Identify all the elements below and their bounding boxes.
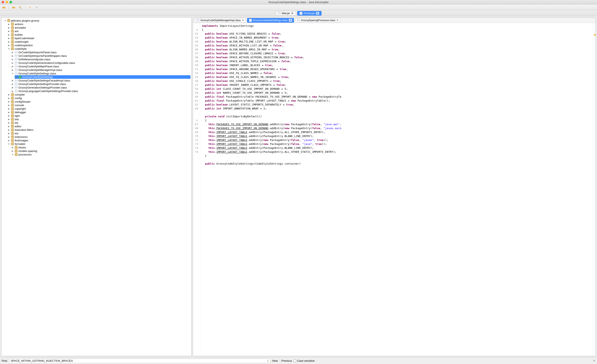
- disclosure-triangle[interactable]: ▶: [11, 90, 14, 92]
- tree-node[interactable]: ▼codeStyle: [7, 47, 190, 51]
- tree-node[interactable]: ▶GrCodeStyleImportsPanel.class: [11, 51, 190, 54]
- tree-node[interactable]: ▶GroovyCodeStyleMainPanel.class: [11, 65, 190, 68]
- close-icon[interactable]: ✕: [242, 19, 244, 22]
- disclosure-triangle[interactable]: ▼: [11, 153, 14, 156]
- tree-node[interactable]: ▶ant: [7, 29, 190, 33]
- tree-node[interactable]: ▼GroovyCodeStyleSettings.class: [11, 72, 190, 75]
- disclosure-triangle[interactable]: ▶: [11, 146, 14, 149]
- editor-tab[interactable]: GroovyCodeStyleSettings.class✕: [247, 18, 294, 23]
- tree-node[interactable]: ▶compiler: [7, 93, 190, 96]
- tree-node[interactable]: ▶builder: [7, 33, 190, 37]
- tree-node[interactable]: ▶GrReferenceAdjuster.class: [11, 58, 190, 61]
- tree-node[interactable]: ▶console: [7, 103, 190, 107]
- disclosure-triangle[interactable]: ▶: [8, 41, 10, 43]
- disclosure-triangle[interactable]: ▶: [8, 111, 10, 113]
- disclosure-triangle[interactable]: ▶: [11, 87, 14, 89]
- disclosure-triangle[interactable]: ▶: [8, 136, 10, 138]
- disclosure-triangle[interactable]: ▶: [11, 150, 14, 152]
- tree-node[interactable]: ▶CGroovyCodeStyleSettings: [15, 75, 190, 79]
- disclosure-triangle[interactable]: ▶: [8, 139, 10, 142]
- disclosure-triangle[interactable]: ▶: [8, 26, 10, 29]
- tree-node[interactable]: ▶doc: [7, 118, 190, 121]
- tree-node[interactable]: ▶copyright: [7, 107, 190, 111]
- tree-node[interactable]: ▶extensions: [7, 135, 190, 139]
- file-tab[interactable]: Groovy.jar✕: [297, 11, 321, 16]
- disclosure-triangle[interactable]: ▼: [8, 48, 10, 50]
- find-previous-button[interactable]: ↑Previous: [279, 359, 292, 362]
- close-icon[interactable]: ✕: [337, 19, 338, 22]
- overview-marker[interactable]: [594, 34, 596, 35]
- tree-node[interactable]: ▶models.spacing: [11, 149, 190, 153]
- disclosure-triangle[interactable]: ▶: [8, 115, 10, 117]
- disclosure-triangle[interactable]: ▶: [11, 55, 14, 57]
- disclosure-triangle[interactable]: ▼: [11, 72, 14, 75]
- tree-node[interactable]: ▶dsl: [7, 121, 190, 125]
- tree-node[interactable]: ▶editor: [7, 125, 190, 128]
- tree-node[interactable]: ▶debugger: [7, 111, 190, 114]
- tree-node[interactable]: ▶configSlurper: [7, 100, 190, 103]
- disclosure-triangle[interactable]: ▶: [8, 129, 10, 131]
- disclosure-triangle[interactable]: ▶: [15, 76, 18, 78]
- disclosure-triangle[interactable]: ▶: [11, 51, 14, 54]
- zoom-window-button[interactable]: [9, 1, 12, 3]
- disclosure-triangle[interactable]: ▶: [8, 23, 10, 25]
- tree-node[interactable]: ▶config: [7, 96, 190, 100]
- disclosure-triangle[interactable]: ▶: [8, 104, 10, 106]
- disclosure-triangle[interactable]: ▶: [8, 34, 10, 36]
- disclosure-triangle[interactable]: ▶: [8, 122, 10, 124]
- editor-tab[interactable]: GroovySpacingProcessor.class✕: [295, 18, 340, 23]
- close-icon[interactable]: ✕: [291, 12, 294, 15]
- close-icon[interactable]: ✕: [289, 19, 292, 22]
- tree-node[interactable]: ▶codeInsight: [7, 40, 190, 44]
- disclosure-triangle[interactable]: ▶: [8, 97, 10, 99]
- disclosure-triangle[interactable]: ▶: [8, 37, 10, 40]
- find-input[interactable]: [9, 359, 270, 363]
- tree-node[interactable]: ▶findUsages: [7, 139, 190, 142]
- nav-forward-button[interactable]: [34, 5, 39, 10]
- package-tree[interactable]: ▼jetbrains.plugins.groovy▶actions▶annota…: [1, 18, 191, 356]
- close-icon[interactable]: ✕: [316, 12, 319, 15]
- open-type-button[interactable]: [11, 5, 16, 10]
- tree-node[interactable]: ▶blocks: [11, 146, 190, 149]
- source-view[interactable]: implements ImportsLayoutSettings{ public…: [200, 23, 596, 356]
- tree-node[interactable]: ▶execution.filters: [7, 128, 190, 132]
- disclosure-triangle[interactable]: ▶: [11, 69, 14, 71]
- disclosure-triangle[interactable]: ▶: [8, 125, 10, 127]
- disclosure-triangle[interactable]: ▶: [8, 44, 10, 47]
- tree-node[interactable]: ▶dgm: [7, 114, 190, 118]
- tree-node[interactable]: ▶annotator: [7, 26, 190, 29]
- disclosure-triangle[interactable]: ▶: [8, 118, 10, 120]
- find-next-button[interactable]: ↓Next: [270, 359, 278, 362]
- disclosure-triangle[interactable]: ▶: [11, 62, 14, 64]
- tree-node[interactable]: ▶GroovyCodeStyleGenerationConfigurable.c…: [11, 61, 190, 65]
- find-close-button[interactable]: ✕: [593, 359, 595, 362]
- search-button[interactable]: [18, 5, 23, 10]
- tree-node[interactable]: ▶GrCodeStyleImportsPanelWrapper.class: [11, 54, 190, 58]
- nav-back-button[interactable]: [28, 5, 32, 10]
- disclosure-triangle[interactable]: ▶: [8, 108, 10, 110]
- tree-node[interactable]: ▶byteCodeViewer: [7, 37, 190, 40]
- editor-tab[interactable]: GroovyCodeStyleManagerImpl.class✕: [195, 18, 246, 23]
- code-editor[interactable]: ⊖414344454647484950515455565758596061626…: [193, 23, 596, 356]
- tree-node[interactable]: ▼jetbrains.plugins.groovy: [4, 19, 190, 22]
- disclosure-triangle[interactable]: ▼: [4, 19, 7, 22]
- file-tab[interactable]: idea.jar✕: [275, 11, 296, 16]
- disclosure-triangle[interactable]: ▶: [11, 65, 14, 68]
- disclosure-triangle[interactable]: ▶: [8, 94, 10, 96]
- disclosure-triangle[interactable]: ▼: [8, 143, 10, 145]
- disclosure-triangle[interactable]: ▶: [8, 101, 10, 103]
- tree-node[interactable]: ▶codeInspection: [7, 44, 190, 47]
- minimize-window-button[interactable]: [6, 1, 8, 3]
- tree-node[interactable]: ▶GroovyCodeStyleManagerImpl.class: [11, 68, 190, 72]
- find-stepper[interactable]: ▲▼: [267, 359, 269, 362]
- tree-node[interactable]: ▶GroovyCodeStyleSettingsFacadeImpl.class: [11, 79, 190, 82]
- open-file-button[interactable]: [2, 5, 6, 10]
- disclosure-triangle[interactable]: ▶: [8, 30, 10, 32]
- disclosure-triangle[interactable]: ▶: [11, 58, 14, 61]
- case-sensitive-checkbox[interactable]: Case sensitive: [293, 359, 315, 362]
- tree-node[interactable]: ▶ext: [7, 132, 190, 135]
- disclosure-triangle[interactable]: ▶: [11, 79, 14, 82]
- disclosure-triangle[interactable]: ▶: [11, 83, 14, 85]
- close-window-button[interactable]: [2, 1, 4, 3]
- tree-node[interactable]: ▶GroovyLanguageCodeStyleSettingsProvider…: [11, 89, 190, 93]
